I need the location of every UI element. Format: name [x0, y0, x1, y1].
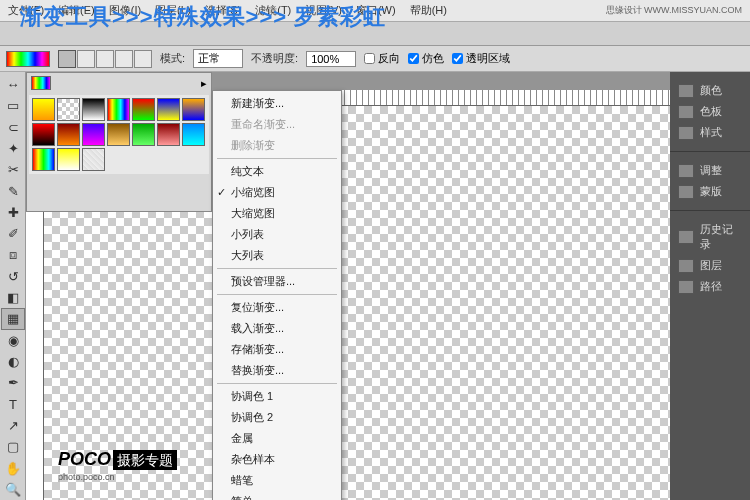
history-panel-icon	[678, 230, 694, 244]
menu-noise[interactable]: 杂色样本	[213, 449, 341, 470]
menu-preset-manager[interactable]: 预设管理器...	[213, 271, 341, 292]
toolbox: ↔ ▭ ⊂ ✦ ✂ ✎ ✚ ✐ ⧈ ↺ ◧ ▦ ◉ ◐ ✒ T ↗ ▢ ✋ 🔍	[0, 72, 26, 500]
panel-styles[interactable]: 样式	[670, 122, 750, 143]
menu-large-thumb[interactable]: 大缩览图	[213, 203, 341, 224]
angle-gradient-icon[interactable]	[96, 50, 114, 68]
gradient-preset-4[interactable]	[132, 98, 155, 121]
move-tool-icon[interactable]: ↔	[1, 74, 25, 95]
menu-help[interactable]: 帮助(H)	[410, 3, 447, 18]
menu-separator	[217, 268, 337, 269]
panel-separator	[670, 210, 750, 211]
menu-large-list[interactable]: 大列表	[213, 245, 341, 266]
opacity-input[interactable]: 100%	[306, 51, 356, 67]
menu-load-gradients[interactable]: 载入渐变...	[213, 318, 341, 339]
brush-tool-icon[interactable]: ✐	[1, 223, 25, 244]
gradient-type-group	[58, 50, 152, 68]
swatch-panel-icon	[678, 105, 694, 119]
menu-harmonic1[interactable]: 协调色 1	[213, 386, 341, 407]
marquee-tool-icon[interactable]: ▭	[1, 95, 25, 116]
eraser-tool-icon[interactable]: ◧	[1, 287, 25, 308]
panel-adjustments[interactable]: 调整	[670, 160, 750, 181]
gradient-preset-12[interactable]	[157, 123, 180, 146]
gradient-preset-1[interactable]	[57, 98, 80, 121]
gradient-preset-9[interactable]	[82, 123, 105, 146]
gradient-swatch[interactable]	[6, 51, 50, 67]
linear-gradient-icon[interactable]	[58, 50, 76, 68]
shape-tool-icon[interactable]: ▢	[1, 436, 25, 457]
gradient-preset-7[interactable]	[32, 123, 55, 146]
blur-tool-icon[interactable]: ◉	[1, 330, 25, 351]
menu-rename-gradient: 重命名渐变...	[213, 114, 341, 135]
panel-layers[interactable]: 图层	[670, 255, 750, 276]
radial-gradient-icon[interactable]	[77, 50, 95, 68]
flyout-menu-icon[interactable]: ▸	[201, 77, 207, 90]
color-panel-icon	[678, 84, 694, 98]
menu-metal[interactable]: 金属	[213, 428, 341, 449]
opacity-label: 不透明度:	[251, 51, 298, 66]
menu-separator	[217, 158, 337, 159]
menu-pastel[interactable]: 蜡笔	[213, 470, 341, 491]
adjust-panel-icon	[678, 164, 694, 178]
type-tool-icon[interactable]: T	[1, 394, 25, 415]
style-panel-icon	[678, 126, 694, 140]
gradient-flyout-menu: 新建渐变... 重命名渐变... 删除渐变 纯文本 小缩览图 大缩览图 小列表 …	[212, 90, 342, 500]
layer-panel-icon	[678, 259, 694, 273]
menu-separator	[217, 383, 337, 384]
gradient-preset-5[interactable]	[157, 98, 180, 121]
panel-masks[interactable]: 蒙版	[670, 181, 750, 202]
panel-swatches[interactable]: 色板	[670, 101, 750, 122]
pen-tool-icon[interactable]: ✒	[1, 372, 25, 393]
gradient-preset-0[interactable]	[32, 98, 55, 121]
hand-tool-icon[interactable]: ✋	[1, 457, 25, 478]
dodge-tool-icon[interactable]: ◐	[1, 351, 25, 372]
options-bar: 模式: 正常 不透明度: 100% 反向 仿色 透明区域	[0, 46, 750, 72]
mode-label: 模式:	[160, 51, 185, 66]
transparency-checkbox[interactable]: 透明区域	[452, 51, 510, 66]
stamp-tool-icon[interactable]: ⧈	[1, 244, 25, 265]
menu-save-gradients[interactable]: 存储渐变...	[213, 339, 341, 360]
gradient-picker-panel: ▸	[26, 72, 212, 212]
path-tool-icon[interactable]: ↗	[1, 415, 25, 436]
wand-tool-icon[interactable]: ✦	[1, 138, 25, 159]
panel-paths[interactable]: 路径	[670, 276, 750, 297]
menu-small-thumb[interactable]: 小缩览图	[213, 182, 341, 203]
gradient-preset-8[interactable]	[57, 123, 80, 146]
mode-select[interactable]: 正常	[193, 49, 243, 68]
heal-tool-icon[interactable]: ✚	[1, 202, 25, 223]
dither-checkbox[interactable]: 仿色	[408, 51, 444, 66]
reverse-checkbox[interactable]: 反向	[364, 51, 400, 66]
gradient-preset-14[interactable]	[32, 148, 55, 171]
history-brush-tool-icon[interactable]: ↺	[1, 266, 25, 287]
diamond-gradient-icon[interactable]	[134, 50, 152, 68]
canvas-area: 未标... × 未... × ▸ 新建渐变... 重命名渐变... 删除渐变 纯…	[26, 72, 670, 500]
menu-small-list[interactable]: 小列表	[213, 224, 341, 245]
gradient-preset-10[interactable]	[107, 123, 130, 146]
gradient-preset-3[interactable]	[107, 98, 130, 121]
mask-panel-icon	[678, 185, 694, 199]
reflected-gradient-icon[interactable]	[115, 50, 133, 68]
menu-new-gradient[interactable]: 新建渐变...	[213, 93, 341, 114]
gradient-preset-11[interactable]	[132, 123, 155, 146]
menu-simple[interactable]: 简单	[213, 491, 341, 500]
panel-color[interactable]: 颜色	[670, 80, 750, 101]
zoom-tool-icon[interactable]: 🔍	[1, 479, 25, 500]
right-panel-dock: 颜色 色板 样式 调整 蒙版 历史记录 图层 路径	[670, 72, 750, 500]
gradient-preset-2[interactable]	[82, 98, 105, 121]
eyedropper-tool-icon[interactable]: ✎	[1, 180, 25, 201]
tutorial-overlay-text: 渐变工具>>>特殊效果>>> 罗素彩虹	[20, 2, 386, 32]
gradient-preset-15[interactable]	[57, 148, 80, 171]
crop-tool-icon[interactable]: ✂	[1, 159, 25, 180]
panel-history[interactable]: 历史记录	[670, 219, 750, 255]
gradient-preview-swatch[interactable]	[31, 76, 51, 90]
menu-text-only[interactable]: 纯文本	[213, 161, 341, 182]
gradient-preset-grid	[29, 95, 209, 174]
lasso-tool-icon[interactable]: ⊂	[1, 117, 25, 138]
gradient-preset-16[interactable]	[82, 148, 105, 171]
gradient-preset-6[interactable]	[182, 98, 205, 121]
gradient-tool-icon[interactable]: ▦	[1, 308, 25, 329]
gradient-preset-13[interactable]	[182, 123, 205, 146]
panel-separator	[670, 151, 750, 152]
menu-reset-gradients[interactable]: 复位渐变...	[213, 297, 341, 318]
menu-replace-gradients[interactable]: 替换渐变...	[213, 360, 341, 381]
menu-harmonic2[interactable]: 协调色 2	[213, 407, 341, 428]
